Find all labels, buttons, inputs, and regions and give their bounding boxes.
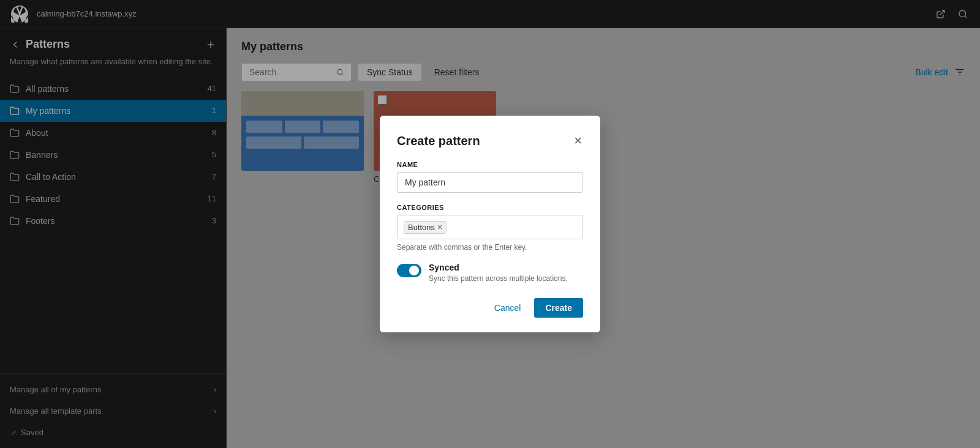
modal-overlay: Create pattern × NAME CATEGORIES Buttons… bbox=[0, 0, 980, 448]
categories-input-box[interactable]: Buttons × bbox=[397, 215, 583, 239]
categories-label: CATEGORIES bbox=[397, 204, 583, 211]
create-button[interactable]: Create bbox=[534, 298, 583, 318]
dialog-close-button[interactable]: × bbox=[573, 133, 583, 149]
category-tag: Buttons × bbox=[404, 221, 447, 234]
sync-toggle[interactable] bbox=[397, 264, 421, 277]
toggle-track bbox=[397, 264, 421, 277]
sync-label: Synced bbox=[429, 263, 568, 272]
dialog-title: Create pattern bbox=[397, 134, 480, 148]
name-field-group: NAME bbox=[397, 161, 583, 193]
name-input[interactable] bbox=[397, 172, 583, 193]
dialog-header: Create pattern × bbox=[397, 133, 583, 149]
tag-label: Buttons bbox=[408, 223, 435, 232]
categories-field-group: CATEGORIES Buttons × Separate with comma… bbox=[397, 204, 583, 252]
categories-hint: Separate with commas or the Enter key. bbox=[397, 243, 583, 252]
sync-info: Synced Sync this pattern across multiple… bbox=[429, 263, 568, 283]
dialog-actions: Cancel Create bbox=[397, 298, 583, 318]
toggle-thumb bbox=[409, 266, 419, 275]
tag-remove-button[interactable]: × bbox=[437, 223, 442, 231]
sync-row: Synced Sync this pattern across multiple… bbox=[397, 263, 583, 283]
create-pattern-dialog: Create pattern × NAME CATEGORIES Buttons… bbox=[380, 116, 600, 332]
sync-desc: Sync this pattern across multiple locati… bbox=[429, 274, 568, 283]
name-label: NAME bbox=[397, 161, 583, 168]
cancel-button[interactable]: Cancel bbox=[487, 298, 529, 318]
